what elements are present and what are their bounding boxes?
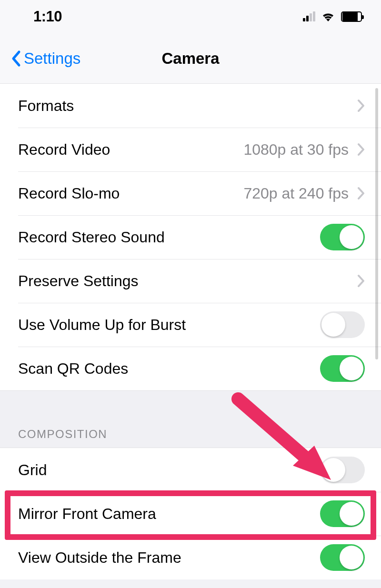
row-label: Use Volume Up for Burst	[18, 316, 186, 334]
scroll-indicator[interactable]	[375, 88, 378, 359]
row-mirror-front-camera: Mirror Front Camera	[0, 492, 381, 536]
row-preserve-settings[interactable]: Preserve Settings	[0, 259, 381, 303]
back-button[interactable]: Settings	[0, 50, 80, 68]
toggle-scan-qr[interactable]	[320, 355, 365, 382]
row-record-slomo[interactable]: Record Slo-mo 720p at 240 fps	[0, 171, 381, 215]
row-label: Record Slo-mo	[18, 185, 120, 202]
row-label: Preserve Settings	[18, 272, 139, 290]
row-label: Formats	[18, 97, 74, 115]
toggle-view-outside-frame[interactable]	[320, 544, 365, 571]
page-title: Camera	[161, 50, 219, 68]
chevron-right-icon	[357, 99, 365, 112]
toggle-grid[interactable]	[320, 457, 365, 483]
wifi-icon	[321, 11, 335, 22]
toggle-mirror-front-camera[interactable]	[320, 500, 365, 527]
row-label: Grid	[18, 461, 47, 479]
row-label: Scan QR Codes	[18, 360, 128, 378]
settings-section-composition: Grid Mirror Front Camera View Outside th…	[0, 448, 381, 579]
row-stereo-sound: Record Stereo Sound	[0, 215, 381, 259]
row-value: 720p at 240 fps	[243, 185, 349, 202]
chevron-right-icon	[357, 274, 365, 288]
row-label: Record Stereo Sound	[18, 229, 165, 246]
battery-icon	[341, 11, 362, 22]
row-value: 1080p at 30 fps	[243, 141, 349, 159]
cellular-icon	[303, 12, 315, 21]
row-scan-qr: Scan QR Codes	[0, 347, 381, 390]
row-record-video[interactable]: Record Video 1080p at 30 fps	[0, 128, 381, 171]
row-grid: Grid	[0, 448, 381, 492]
back-label: Settings	[24, 50, 80, 68]
row-label: View Outside the Frame	[18, 549, 181, 567]
row-formats[interactable]: Formats	[0, 84, 381, 128]
status-icons	[303, 11, 362, 22]
section-header-composition: COMPOSITION	[0, 390, 381, 448]
chevron-right-icon	[357, 143, 365, 156]
toggle-volume-burst[interactable]	[320, 311, 365, 338]
row-label: Record Video	[18, 141, 110, 159]
nav-bar: Settings Camera	[0, 33, 381, 84]
toggle-stereo-sound[interactable]	[320, 224, 365, 250]
status-time: 1:10	[33, 8, 62, 25]
row-label: Mirror Front Camera	[18, 505, 156, 523]
chevron-left-icon	[10, 50, 21, 67]
chevron-right-icon	[357, 187, 365, 200]
status-bar: 1:10	[0, 0, 381, 33]
row-view-outside-frame: View Outside the Frame	[0, 536, 381, 579]
row-volume-burst: Use Volume Up for Burst	[0, 303, 381, 347]
settings-section-main: Formats Record Video 1080p at 30 fps Rec…	[0, 84, 381, 390]
